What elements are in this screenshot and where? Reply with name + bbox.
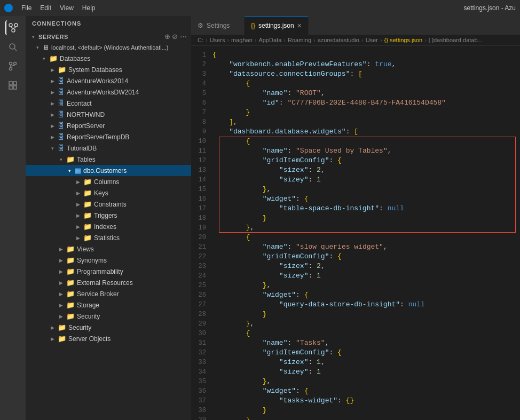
line-number-35: 35 bbox=[191, 377, 212, 386]
sidebar-item-statistics[interactable]: ▶ 📁 Statistics bbox=[26, 232, 191, 243]
columns-folder-icon: 📁 bbox=[83, 178, 92, 186]
statistics-label: Statistics bbox=[94, 234, 120, 242]
line-number-20: 20 bbox=[191, 233, 212, 242]
code-line-14: 14 "sizey": 1 bbox=[191, 175, 520, 185]
indexes-folder-icon: 📁 bbox=[83, 223, 92, 231]
security-chevron: ▶ bbox=[49, 325, 56, 330]
sidebar-item-triggers[interactable]: ▶ 📁 Triggers bbox=[26, 210, 191, 221]
settings-json-tab-close[interactable]: × bbox=[297, 22, 302, 29]
line-number-2: 2 bbox=[191, 60, 212, 69]
sidebar-item-external-resources[interactable]: ▶ 📁 External Resources bbox=[26, 277, 191, 288]
line-content-10: { bbox=[212, 137, 520, 146]
sidebar-item-keys[interactable]: ▶ 📁 Keys bbox=[26, 187, 191, 199]
breadcrumb-roaming: Roaming bbox=[288, 37, 311, 43]
svg-point-9 bbox=[10, 68, 12, 70]
editor-area: ⚙ Settings {} settings.json × C: › Users… bbox=[191, 16, 520, 420]
storage-folder-icon: 📁 bbox=[66, 301, 75, 309]
sidebar-item-econtact[interactable]: ▶ 🗄 Econtact bbox=[26, 98, 191, 109]
sidebar-item-constraints[interactable]: ▶ 📁 Constraints bbox=[26, 199, 191, 210]
sidebar-item-reportserver[interactable]: ▶ 🗄 ReportServer bbox=[26, 120, 191, 131]
line-number-11: 11 bbox=[191, 146, 212, 156]
menu-edit[interactable]: Edit bbox=[40, 4, 51, 12]
reportserver-label: ReportServer bbox=[67, 122, 105, 130]
line-content-3: "datasource.connectionGroups": [ bbox=[212, 69, 520, 79]
servers-section[interactable]: ▾ SERVERS ⊕ ⊘ ⋯ bbox=[26, 31, 191, 42]
settings-tab-icon: ⚙ bbox=[198, 22, 203, 29]
code-line-22: 22 "gridItemConfig": { bbox=[191, 252, 520, 261]
line-content-30: { bbox=[212, 329, 520, 338]
code-line-6: 6 "id": "C777F06B-202E-4480-B475-FA41615… bbox=[191, 98, 520, 108]
connections-activity-icon[interactable] bbox=[5, 20, 20, 35]
tab-settings-json[interactable]: {} settings.json × bbox=[245, 16, 309, 35]
breadcrumb-users: Users bbox=[210, 37, 225, 43]
code-line-4: 4 { bbox=[191, 79, 520, 89]
tab-settings[interactable]: ⚙ Settings bbox=[191, 16, 245, 35]
sidebar-item-security[interactable]: ▶ 📁 Security bbox=[26, 322, 191, 333]
sidebar-item-localhost[interactable]: ▾ 🖥 localhost, <default> (Windows Authen… bbox=[26, 42, 191, 53]
line-content-28: } bbox=[212, 310, 520, 319]
sidebar-item-synonyms[interactable]: ▶ 📁 Synonyms bbox=[26, 255, 191, 266]
sidebar-tree: ▾ 🖥 localhost, <default> (Windows Authen… bbox=[26, 42, 191, 420]
line-content-32: "gridItemConfig": { bbox=[212, 348, 520, 358]
line-number-31: 31 bbox=[191, 338, 212, 348]
extensions-activity-icon[interactable] bbox=[5, 78, 20, 93]
sidebar-item-adventureworks2014[interactable]: ▶ 🗄 AdventureWorks2014 bbox=[26, 75, 191, 86]
sidebar-item-columns[interactable]: ▶ 📁 Columns bbox=[26, 176, 191, 187]
code-line-20: 20 { bbox=[191, 233, 520, 242]
sidebar-item-security-sub[interactable]: ▶ 📁 Security bbox=[26, 311, 191, 322]
sidebar-item-indexes[interactable]: ▶ 📁 Indexes bbox=[26, 221, 191, 232]
sidebar-item-service-broker[interactable]: ▶ 📁 Service Broker bbox=[26, 288, 191, 299]
source-control-activity-icon[interactable] bbox=[5, 59, 20, 74]
menu-view[interactable]: View bbox=[60, 4, 74, 12]
sidebar-item-storage[interactable]: ▶ 📁 Storage bbox=[26, 299, 191, 311]
sidebar-item-server-objects[interactable]: ▶ 📁 Server Objects bbox=[26, 333, 191, 344]
line-number-22: 22 bbox=[191, 252, 212, 261]
svg-point-5 bbox=[10, 44, 15, 49]
sidebar-item-programmability[interactable]: ▶ 📁 Programmability bbox=[26, 266, 191, 277]
sidebar-item-adventureworksdw2014[interactable]: ▶ 🗄 AdventureWorksDW2014 bbox=[26, 86, 191, 98]
sidebar-item-databases[interactable]: ▾ 📁 Databases bbox=[26, 53, 191, 64]
code-line-2: 2 "workbench.enablePreviewFeatures": tru… bbox=[191, 60, 520, 69]
external-resources-label: External Resources bbox=[77, 279, 133, 287]
sidebar-item-northwnd[interactable]: ▶ 🗄 NORTHWND bbox=[26, 109, 191, 120]
localhost-label: localhost, <default> (Windows Authentica… bbox=[51, 44, 169, 51]
code-line-24: 24 "sizey": 1 bbox=[191, 271, 520, 281]
line-content-34: "sizey": 1 bbox=[212, 367, 520, 377]
synonyms-chevron: ▶ bbox=[58, 258, 64, 263]
line-content-22: "gridItemConfig": { bbox=[212, 252, 520, 261]
line-number-10: 10 bbox=[191, 137, 212, 146]
svg-point-2 bbox=[12, 29, 15, 32]
code-editor[interactable]: 1{2 "workbench.enablePreviewFeatures": t… bbox=[191, 46, 520, 420]
line-content-35: }, bbox=[212, 377, 520, 386]
code-line-19: 19 }, bbox=[191, 223, 520, 233]
reportserver-db-icon: 🗄 bbox=[58, 122, 65, 130]
code-line-34: 34 "sizey": 1 bbox=[191, 367, 520, 377]
sidebar-item-dbo-customers[interactable]: ▾ ▦ dbo.Customers bbox=[26, 165, 191, 176]
menu-help[interactable]: Help bbox=[82, 4, 96, 12]
indexes-label: Indexes bbox=[94, 223, 116, 231]
sidebar-header: CONNECTIONS bbox=[26, 16, 191, 31]
views-chevron: ▶ bbox=[58, 247, 64, 252]
sidebar-item-tables[interactable]: ▾ 📁 Tables bbox=[26, 154, 191, 165]
service-broker-folder-icon: 📁 bbox=[66, 290, 75, 298]
security-sub-folder-icon: 📁 bbox=[66, 312, 75, 320]
sidebar-item-views[interactable]: ▶ 📁 Views bbox=[26, 243, 191, 255]
svg-rect-11 bbox=[9, 82, 12, 85]
line-number-38: 38 bbox=[191, 406, 212, 415]
code-line-15: 15 }, bbox=[191, 185, 520, 194]
line-content-19: }, bbox=[212, 223, 520, 233]
breadcrumb-dashboard: [ ]dashboard.datab... bbox=[429, 37, 483, 43]
sidebar-item-tutorialdb[interactable]: ▾ 🗄 TutorialDB bbox=[26, 142, 191, 154]
awdw2014-label: AdventureWorksDW2014 bbox=[67, 89, 139, 96]
databases-label: Databases bbox=[60, 55, 90, 62]
sidebar-item-reportservertempdb[interactable]: ▶ 🗄 ReportServerTempDB bbox=[26, 131, 191, 142]
settings-tab-label: Settings bbox=[207, 22, 230, 29]
code-line-30: 30 { bbox=[191, 329, 520, 338]
line-number-32: 32 bbox=[191, 348, 212, 358]
search-activity-icon[interactable] bbox=[5, 39, 20, 54]
menu-file[interactable]: File bbox=[21, 4, 31, 12]
code-line-23: 23 "sizex": 2, bbox=[191, 261, 520, 271]
line-number-36: 36 bbox=[191, 386, 212, 396]
code-line-8: 8 ], bbox=[191, 117, 520, 127]
sidebar-item-system-databases[interactable]: ▶ 📁 System Databases bbox=[26, 64, 191, 75]
